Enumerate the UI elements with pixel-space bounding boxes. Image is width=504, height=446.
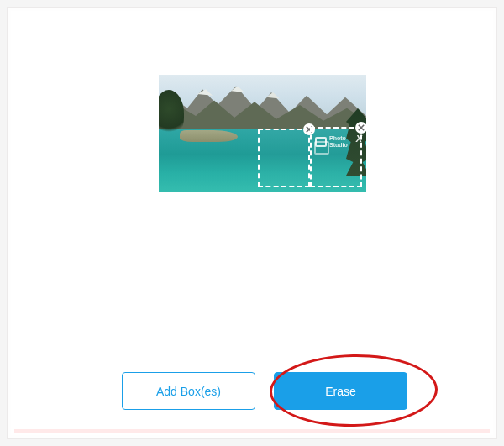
preview-image[interactable]: Photo Studio X [159,75,366,192]
close-icon[interactable] [355,122,366,134]
selection-box-1[interactable] [258,129,310,187]
image-mountains [159,81,366,129]
selection-box-2[interactable] [310,127,362,187]
editor-canvas: Photo Studio X Add Box(es) Erase [11,11,493,435]
app-frame: Photo Studio X Add Box(es) Erase [7,7,497,439]
image-shore [180,130,238,142]
erase-button[interactable]: Erase [274,372,407,410]
add-boxes-button[interactable]: Add Box(es) [122,372,255,410]
action-buttons: Add Box(es) Erase [122,372,407,410]
bottom-accent [14,429,490,433]
